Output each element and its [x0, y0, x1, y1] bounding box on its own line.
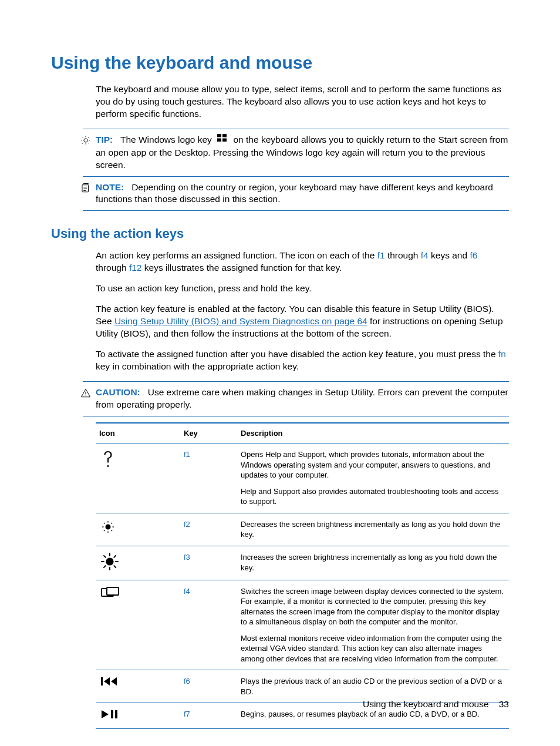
key-f12: f12: [129, 263, 142, 273]
table-row: f4Switches the screen image between disp…: [96, 580, 509, 670]
brightness-up-icon: [96, 546, 180, 580]
key-f4: f4: [421, 250, 429, 260]
description-cell: Increases the screen brightness incremen…: [237, 546, 509, 580]
help-icon: [96, 443, 180, 513]
note-text: Depending on the country or region, your…: [96, 182, 493, 204]
key-fn: fn: [498, 349, 506, 359]
setup-utility-link[interactable]: Using Setup Utility (BIOS) and System Di…: [114, 316, 367, 326]
action-para-1: An action key performs an assigned funct…: [96, 250, 509, 274]
play-pause-icon: [96, 703, 180, 729]
page-title: Using the keyboard and mouse: [51, 53, 509, 73]
svg-rect-9: [107, 587, 119, 595]
svg-rect-12: [115, 710, 117, 718]
table-row: f1Opens Help and Support, which provides…: [96, 443, 509, 513]
th-icon: Icon: [96, 423, 180, 443]
caution-admonition: CAUTION: Use extreme care when making ch…: [83, 381, 509, 416]
tip-icon: [80, 135, 91, 149]
svg-rect-3: [217, 138, 221, 142]
action-para-3: The action key feature is enabled at the…: [96, 303, 509, 340]
action-para-4: To activate the assigned function after …: [96, 348, 509, 373]
svg-rect-1: [217, 134, 221, 137]
th-key: Key: [180, 423, 237, 443]
description-cell: Decreases the screen brightness incremen…: [237, 513, 509, 546]
key-f6: f6: [470, 250, 477, 260]
th-desc: Description: [237, 423, 509, 443]
table-row: f2Decreases the screen brightness increm…: [96, 513, 509, 546]
table-row: f3Increases the screen brightness increm…: [96, 546, 509, 580]
key-f1: f1: [377, 250, 385, 260]
table-row: f6Plays the previous track of an audio C…: [96, 670, 509, 703]
previous-track-icon: [96, 670, 180, 703]
intro-paragraph: The keyboard and mouse allow you to type…: [96, 83, 509, 120]
action-para-2: To use an action key function, press and…: [96, 283, 509, 295]
description-cell: Switches the screen image between displa…: [237, 580, 509, 670]
action-keys-table: Icon Key Description f1Opens Help and Su…: [96, 422, 509, 729]
svg-point-0: [84, 139, 87, 142]
key-cell: f2: [180, 513, 237, 546]
svg-rect-4: [222, 138, 227, 142]
brightness-down-icon: [96, 513, 180, 546]
caution-icon: [80, 388, 91, 402]
key-cell: f3: [180, 546, 237, 580]
table-header-row: Icon Key Description: [96, 423, 509, 443]
page: Using the keyboard and mouse The keyboar…: [0, 0, 560, 746]
svg-rect-11: [111, 710, 113, 718]
caution-label: CAUTION:: [96, 387, 140, 397]
page-footer: Using the keyboard and mouse 33: [363, 699, 509, 710]
tip-admonition: TIP: The Windows logo key on the keyboar…: [83, 129, 509, 176]
key-cell: f4: [180, 580, 237, 670]
tip-text-before: The Windows logo key: [120, 135, 212, 145]
windows-logo-icon: [217, 133, 228, 146]
note-label: NOTE:: [96, 182, 124, 192]
footer-page: 33: [499, 699, 509, 709]
description-cell: Opens Help and Support, which provides t…: [237, 443, 509, 513]
switch-display-icon: [96, 580, 180, 670]
note-admonition: NOTE: Depending on the country or region…: [83, 176, 509, 211]
note-icon: [80, 183, 91, 197]
key-cell: f6: [180, 670, 237, 703]
svg-point-6: [106, 525, 110, 529]
svg-point-7: [106, 558, 113, 564]
section-heading: Using the action keys: [51, 226, 509, 241]
key-cell: f7: [180, 703, 237, 729]
caution-text: Use extreme care when making changes in …: [96, 387, 508, 409]
tip-label: TIP:: [96, 135, 113, 145]
description-cell: Plays the previous track of an audio CD …: [237, 670, 509, 703]
footer-title: Using the keyboard and mouse: [363, 699, 489, 709]
svg-rect-10: [101, 677, 103, 685]
svg-rect-2: [222, 134, 227, 137]
key-cell: f1: [180, 443, 237, 513]
